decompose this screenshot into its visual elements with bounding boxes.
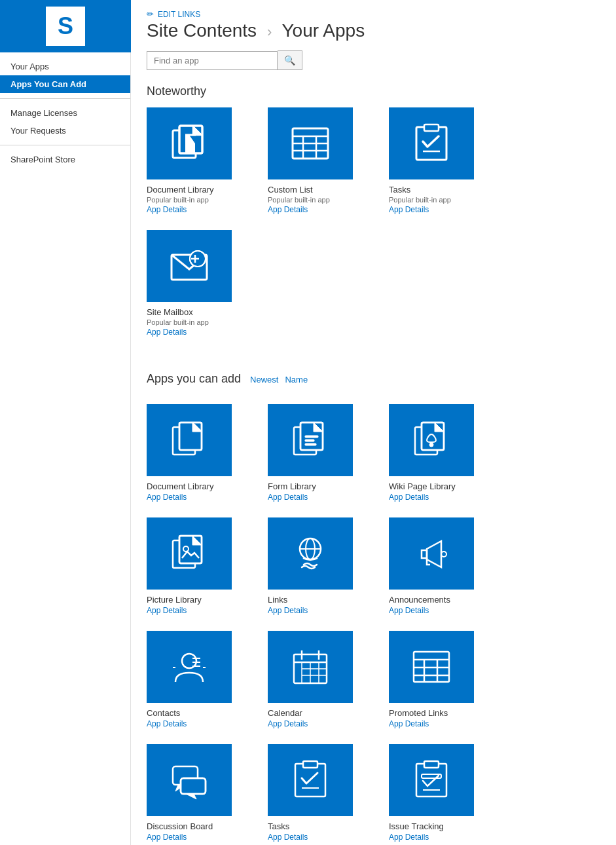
- sidebar: S Your Apps Apps You Can Add Manage Lice…: [0, 0, 131, 845]
- pencil-icon: ✏: [147, 9, 154, 19]
- calendar-icon[interactable]: [268, 631, 353, 703]
- sidebar-item-sharepoint-store[interactable]: SharePoint Store: [0, 151, 130, 168]
- app-name: Calendar: [268, 708, 302, 718]
- apps-you-can-add-grid: Document Library App Details Form Librar…: [147, 404, 600, 845]
- list-item: Document Library App Details: [147, 404, 268, 502]
- sidebar-item-manage-licenses[interactable]: Manage Licenses: [0, 104, 130, 122]
- app-details-link[interactable]: App Details: [147, 719, 187, 728]
- sidebar-item-your-apps[interactable]: Your Apps: [0, 58, 130, 75]
- app-details-link[interactable]: App Details: [389, 833, 429, 842]
- sidebar-item-your-requests[interactable]: Your Requests: [0, 122, 130, 140]
- links-icon[interactable]: [268, 517, 353, 590]
- app-details-link[interactable]: App Details: [147, 493, 187, 502]
- announcements-icon[interactable]: [389, 517, 474, 590]
- search-button[interactable]: 🔍: [278, 50, 302, 70]
- list-item: Site Mailbox Popular built-in app App De…: [147, 230, 268, 337]
- list-item: Contacts App Details: [147, 631, 268, 728]
- app-name: Tasks: [389, 185, 410, 195]
- search-input[interactable]: [147, 51, 278, 70]
- sidebar-logo: S: [0, 0, 131, 52]
- svg-rect-20: [179, 423, 202, 450]
- app-details-link[interactable]: App Details: [389, 205, 429, 214]
- svg-rect-30: [305, 443, 316, 445]
- page-subtitle-text: Your Apps: [282, 20, 365, 41]
- app-name: Discussion Board: [147, 821, 213, 831]
- svg-rect-29: [305, 440, 314, 441]
- list-item: Tasks Popular built-in app App Details: [389, 107, 510, 214]
- list-item: Picture Library App Details: [147, 517, 268, 615]
- sidebar-divider-2: [0, 145, 130, 145]
- app-name: Issue Tracking: [389, 821, 444, 831]
- list-item: Links App Details: [268, 517, 389, 615]
- app-subtitle: Popular built-in app: [268, 196, 330, 204]
- list-item: Calendar App Details: [268, 631, 389, 728]
- app-details-link[interactable]: App Details: [147, 205, 187, 214]
- discussion-board-icon[interactable]: [147, 744, 232, 816]
- app-name: Picture Library: [147, 595, 202, 605]
- svg-rect-74: [416, 764, 446, 797]
- custom-list-icon[interactable]: [268, 107, 353, 179]
- app-details-link[interactable]: App Details: [268, 493, 308, 502]
- svg-rect-37: [179, 536, 202, 563]
- sidebar-item-apps-you-can-add[interactable]: Apps You Can Add: [0, 75, 130, 93]
- app-name: Tasks: [268, 821, 289, 831]
- list-item: Custom List Popular built-in app App Det…: [268, 107, 389, 214]
- list-item: Document Library Popular built-in app Ap…: [147, 107, 268, 214]
- page-title: Site Contents › Your Apps: [147, 20, 600, 41]
- app-name: Announcements: [389, 595, 450, 605]
- svg-rect-28: [305, 436, 318, 438]
- picture-library-icon[interactable]: [147, 517, 232, 590]
- sharepoint-logo-letter: S: [58, 12, 73, 40]
- svg-point-35: [429, 443, 433, 447]
- app-subtitle: Popular built-in app: [389, 196, 451, 204]
- form-library-icon[interactable]: [268, 404, 353, 476]
- svg-rect-12: [424, 124, 439, 131]
- tasks-2-icon[interactable]: [268, 744, 353, 816]
- app-details-link[interactable]: App Details: [389, 719, 429, 728]
- sort-links: Newest Name: [250, 375, 308, 385]
- sharepoint-logo: S: [46, 7, 85, 46]
- page-title-text: Site Contents: [147, 20, 257, 41]
- sort-name[interactable]: Name: [285, 375, 308, 385]
- edit-links-label: EDIT LINKS: [158, 10, 200, 19]
- app-name: Site Mailbox: [147, 307, 193, 317]
- wiki-page-library-icon[interactable]: [389, 404, 474, 476]
- list-item: Discussion Board App Details: [147, 744, 268, 842]
- list-item: Promoted Links App Details: [389, 631, 510, 728]
- sort-newest[interactable]: Newest: [250, 375, 278, 385]
- list-item: Announcements App Details: [389, 517, 510, 615]
- app-details-link[interactable]: App Details: [268, 606, 308, 615]
- breadcrumb-separator: ›: [267, 24, 272, 40]
- svg-rect-75: [424, 761, 439, 768]
- app-subtitle: Popular built-in app: [147, 196, 209, 204]
- app-details-link[interactable]: App Details: [147, 606, 187, 615]
- sidebar-nav: Your Apps Apps You Can Add Manage Licens…: [0, 52, 130, 174]
- promoted-links-icon[interactable]: [389, 631, 474, 703]
- app-name: Links: [268, 595, 287, 605]
- main-content: ✏ EDIT LINKS Site Contents › Your Apps 🔍…: [131, 0, 616, 845]
- app-subtitle: Popular built-in app: [147, 318, 209, 326]
- search-bar: 🔍: [147, 50, 600, 70]
- contacts-icon[interactable]: [147, 631, 232, 703]
- app-name: Form Library: [268, 481, 316, 491]
- document-library-2-icon[interactable]: [147, 404, 232, 476]
- app-details-link[interactable]: App Details: [389, 493, 429, 502]
- noteworthy-title: Noteworthy: [147, 84, 600, 98]
- issue-tracking-icon[interactable]: [389, 744, 474, 816]
- app-details-link[interactable]: App Details: [268, 205, 308, 214]
- app-details-link[interactable]: App Details: [268, 719, 308, 728]
- list-item: Tasks App Details: [268, 744, 389, 842]
- tasks-icon[interactable]: [389, 107, 474, 179]
- app-name: Document Library: [147, 185, 214, 195]
- edit-links[interactable]: ✏ EDIT LINKS: [147, 0, 600, 20]
- site-mailbox-icon[interactable]: [147, 230, 232, 302]
- svg-rect-68: [181, 778, 206, 794]
- document-library-icon[interactable]: [147, 107, 232, 179]
- app-name: Document Library: [147, 481, 214, 491]
- app-details-link[interactable]: App Details: [147, 833, 187, 842]
- list-item: Issue Tracking App Details: [389, 744, 510, 842]
- sidebar-divider: [0, 98, 130, 99]
- app-details-link[interactable]: App Details: [389, 606, 429, 615]
- app-details-link[interactable]: App Details: [147, 328, 187, 337]
- app-details-link[interactable]: App Details: [268, 833, 308, 842]
